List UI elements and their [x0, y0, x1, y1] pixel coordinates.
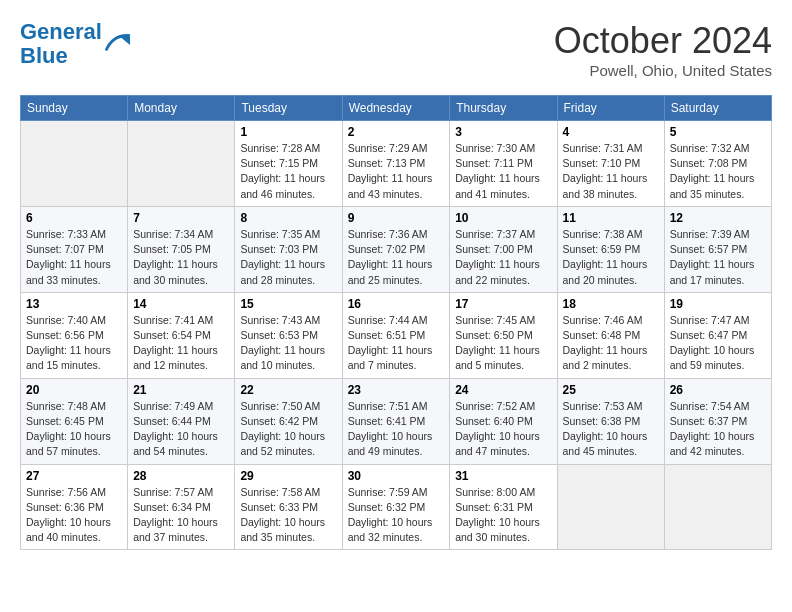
calendar-body: 1Sunrise: 7:28 AM Sunset: 7:15 PM Daylig…	[21, 121, 772, 550]
day-number: 11	[563, 211, 659, 225]
day-number: 20	[26, 383, 122, 397]
day-info: Sunrise: 7:30 AM Sunset: 7:11 PM Dayligh…	[455, 141, 551, 202]
day-info: Sunrise: 7:41 AM Sunset: 6:54 PM Dayligh…	[133, 313, 229, 374]
day-info: Sunrise: 7:48 AM Sunset: 6:45 PM Dayligh…	[26, 399, 122, 460]
day-number: 16	[348, 297, 445, 311]
calendar-cell: 3Sunrise: 7:30 AM Sunset: 7:11 PM Daylig…	[450, 121, 557, 207]
location: Powell, Ohio, United States	[554, 62, 772, 79]
day-number: 27	[26, 469, 122, 483]
calendar-cell: 22Sunrise: 7:50 AM Sunset: 6:42 PM Dayli…	[235, 378, 342, 464]
day-info: Sunrise: 7:31 AM Sunset: 7:10 PM Dayligh…	[563, 141, 659, 202]
day-info: Sunrise: 7:34 AM Sunset: 7:05 PM Dayligh…	[133, 227, 229, 288]
day-info: Sunrise: 7:33 AM Sunset: 7:07 PM Dayligh…	[26, 227, 122, 288]
day-info: Sunrise: 7:28 AM Sunset: 7:15 PM Dayligh…	[240, 141, 336, 202]
calendar-cell: 7Sunrise: 7:34 AM Sunset: 7:05 PM Daylig…	[128, 206, 235, 292]
day-number: 5	[670, 125, 766, 139]
day-info: Sunrise: 7:56 AM Sunset: 6:36 PM Dayligh…	[26, 485, 122, 546]
day-number: 25	[563, 383, 659, 397]
day-number: 31	[455, 469, 551, 483]
day-info: Sunrise: 7:58 AM Sunset: 6:33 PM Dayligh…	[240, 485, 336, 546]
calendar-cell: 17Sunrise: 7:45 AM Sunset: 6:50 PM Dayli…	[450, 292, 557, 378]
calendar: SundayMondayTuesdayWednesdayThursdayFrid…	[20, 95, 772, 550]
calendar-cell	[21, 121, 128, 207]
day-number: 4	[563, 125, 659, 139]
logo-icon	[104, 32, 132, 56]
calendar-header-friday: Friday	[557, 96, 664, 121]
calendar-cell: 19Sunrise: 7:47 AM Sunset: 6:47 PM Dayli…	[664, 292, 771, 378]
day-info: Sunrise: 7:49 AM Sunset: 6:44 PM Dayligh…	[133, 399, 229, 460]
calendar-cell	[664, 464, 771, 550]
calendar-cell: 29Sunrise: 7:58 AM Sunset: 6:33 PM Dayli…	[235, 464, 342, 550]
day-info: Sunrise: 7:29 AM Sunset: 7:13 PM Dayligh…	[348, 141, 445, 202]
day-number: 17	[455, 297, 551, 311]
logo-line1: General	[20, 19, 102, 44]
calendar-cell: 20Sunrise: 7:48 AM Sunset: 6:45 PM Dayli…	[21, 378, 128, 464]
day-info: Sunrise: 7:53 AM Sunset: 6:38 PM Dayligh…	[563, 399, 659, 460]
day-number: 1	[240, 125, 336, 139]
calendar-cell: 15Sunrise: 7:43 AM Sunset: 6:53 PM Dayli…	[235, 292, 342, 378]
calendar-header-row: SundayMondayTuesdayWednesdayThursdayFrid…	[21, 96, 772, 121]
day-info: Sunrise: 7:44 AM Sunset: 6:51 PM Dayligh…	[348, 313, 445, 374]
calendar-cell: 9Sunrise: 7:36 AM Sunset: 7:02 PM Daylig…	[342, 206, 450, 292]
calendar-cell: 26Sunrise: 7:54 AM Sunset: 6:37 PM Dayli…	[664, 378, 771, 464]
calendar-header-monday: Monday	[128, 96, 235, 121]
day-number: 22	[240, 383, 336, 397]
calendar-cell: 12Sunrise: 7:39 AM Sunset: 6:57 PM Dayli…	[664, 206, 771, 292]
day-number: 29	[240, 469, 336, 483]
day-info: Sunrise: 7:37 AM Sunset: 7:00 PM Dayligh…	[455, 227, 551, 288]
calendar-cell: 30Sunrise: 7:59 AM Sunset: 6:32 PM Dayli…	[342, 464, 450, 550]
day-info: Sunrise: 7:43 AM Sunset: 6:53 PM Dayligh…	[240, 313, 336, 374]
day-number: 7	[133, 211, 229, 225]
page-header: General Blue October 2024 Powell, Ohio, …	[20, 20, 772, 79]
calendar-cell: 23Sunrise: 7:51 AM Sunset: 6:41 PM Dayli…	[342, 378, 450, 464]
day-number: 2	[348, 125, 445, 139]
day-info: Sunrise: 7:59 AM Sunset: 6:32 PM Dayligh…	[348, 485, 445, 546]
day-number: 14	[133, 297, 229, 311]
day-number: 28	[133, 469, 229, 483]
day-info: Sunrise: 7:46 AM Sunset: 6:48 PM Dayligh…	[563, 313, 659, 374]
calendar-week-4: 20Sunrise: 7:48 AM Sunset: 6:45 PM Dayli…	[21, 378, 772, 464]
day-info: Sunrise: 7:40 AM Sunset: 6:56 PM Dayligh…	[26, 313, 122, 374]
day-number: 10	[455, 211, 551, 225]
day-info: Sunrise: 7:45 AM Sunset: 6:50 PM Dayligh…	[455, 313, 551, 374]
month-title: October 2024	[554, 20, 772, 62]
calendar-cell: 10Sunrise: 7:37 AM Sunset: 7:00 PM Dayli…	[450, 206, 557, 292]
day-info: Sunrise: 7:39 AM Sunset: 6:57 PM Dayligh…	[670, 227, 766, 288]
calendar-week-5: 27Sunrise: 7:56 AM Sunset: 6:36 PM Dayli…	[21, 464, 772, 550]
title-block: October 2024 Powell, Ohio, United States	[554, 20, 772, 79]
day-info: Sunrise: 7:52 AM Sunset: 6:40 PM Dayligh…	[455, 399, 551, 460]
calendar-cell: 14Sunrise: 7:41 AM Sunset: 6:54 PM Dayli…	[128, 292, 235, 378]
day-number: 19	[670, 297, 766, 311]
logo-text: General Blue	[20, 20, 102, 68]
day-info: Sunrise: 7:38 AM Sunset: 6:59 PM Dayligh…	[563, 227, 659, 288]
calendar-cell: 16Sunrise: 7:44 AM Sunset: 6:51 PM Dayli…	[342, 292, 450, 378]
day-number: 21	[133, 383, 229, 397]
day-info: Sunrise: 7:36 AM Sunset: 7:02 PM Dayligh…	[348, 227, 445, 288]
calendar-header-wednesday: Wednesday	[342, 96, 450, 121]
day-info: Sunrise: 7:51 AM Sunset: 6:41 PM Dayligh…	[348, 399, 445, 460]
day-number: 24	[455, 383, 551, 397]
calendar-cell: 11Sunrise: 7:38 AM Sunset: 6:59 PM Dayli…	[557, 206, 664, 292]
calendar-week-1: 1Sunrise: 7:28 AM Sunset: 7:15 PM Daylig…	[21, 121, 772, 207]
day-info: Sunrise: 7:50 AM Sunset: 6:42 PM Dayligh…	[240, 399, 336, 460]
day-number: 18	[563, 297, 659, 311]
calendar-cell: 18Sunrise: 7:46 AM Sunset: 6:48 PM Dayli…	[557, 292, 664, 378]
calendar-header-sunday: Sunday	[21, 96, 128, 121]
day-number: 3	[455, 125, 551, 139]
calendar-cell: 25Sunrise: 7:53 AM Sunset: 6:38 PM Dayli…	[557, 378, 664, 464]
day-info: Sunrise: 7:47 AM Sunset: 6:47 PM Dayligh…	[670, 313, 766, 374]
day-number: 23	[348, 383, 445, 397]
calendar-cell: 21Sunrise: 7:49 AM Sunset: 6:44 PM Dayli…	[128, 378, 235, 464]
day-number: 15	[240, 297, 336, 311]
calendar-cell	[128, 121, 235, 207]
day-info: Sunrise: 7:54 AM Sunset: 6:37 PM Dayligh…	[670, 399, 766, 460]
calendar-cell: 28Sunrise: 7:57 AM Sunset: 6:34 PM Dayli…	[128, 464, 235, 550]
day-number: 30	[348, 469, 445, 483]
calendar-cell: 4Sunrise: 7:31 AM Sunset: 7:10 PM Daylig…	[557, 121, 664, 207]
calendar-header-saturday: Saturday	[664, 96, 771, 121]
day-number: 12	[670, 211, 766, 225]
day-info: Sunrise: 7:57 AM Sunset: 6:34 PM Dayligh…	[133, 485, 229, 546]
calendar-cell: 2Sunrise: 7:29 AM Sunset: 7:13 PM Daylig…	[342, 121, 450, 207]
calendar-cell: 8Sunrise: 7:35 AM Sunset: 7:03 PM Daylig…	[235, 206, 342, 292]
calendar-cell: 1Sunrise: 7:28 AM Sunset: 7:15 PM Daylig…	[235, 121, 342, 207]
